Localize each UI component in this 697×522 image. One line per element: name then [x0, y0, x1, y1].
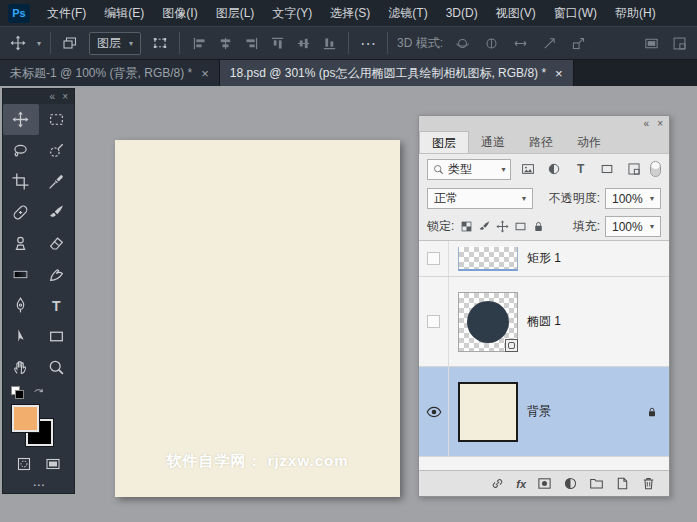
opacity-dropdown[interactable]: 100% ▾ — [605, 188, 661, 209]
eyedropper-tool[interactable] — [39, 166, 75, 197]
move-tool[interactable] — [3, 104, 39, 135]
menu-help[interactable]: 帮助(H) — [606, 0, 665, 26]
filter-pixel-layers-button[interactable] — [517, 159, 538, 179]
menu-image[interactable]: 图像(I) — [153, 0, 206, 26]
pen-tool[interactable] — [3, 290, 39, 321]
menu-type[interactable]: 文字(Y) — [263, 0, 321, 26]
layer-filter-toggle[interactable] — [650, 161, 661, 177]
document-tab-18psd[interactable]: 18.psd @ 301% (ps怎么用椭圆工具绘制相机图标, RGB/8) *… — [220, 60, 574, 86]
path-select-tool[interactable] — [3, 321, 39, 352]
clone-stamp-tool[interactable] — [3, 228, 39, 259]
menu-window[interactable]: 窗口(W) — [545, 0, 606, 26]
menu-layer[interactable]: 图层(L) — [207, 0, 264, 26]
more-align-options-icon[interactable]: ⋯ — [358, 33, 378, 53]
filter-shape-layers-button[interactable] — [597, 159, 618, 179]
collapse-panel-icon[interactable]: « — [644, 119, 650, 129]
edit-toolbar-icon[interactable]: ⋯ — [3, 477, 74, 493]
fill-dropdown[interactable]: 100% ▾ — [605, 216, 661, 237]
swap-colors-icon[interactable] — [32, 386, 45, 399]
brush-tool[interactable] — [39, 197, 75, 228]
new-layer-icon[interactable] — [615, 476, 630, 491]
workspace-switcher-icon[interactable] — [641, 33, 661, 53]
link-layers-icon[interactable] — [490, 476, 505, 491]
menu-filter[interactable]: 滤镜(T) — [379, 0, 436, 26]
close-panel-icon[interactable]: × — [657, 119, 663, 129]
filter-kind-dropdown[interactable]: 类型 ▾ — [427, 159, 511, 180]
auto-select-target-dropdown[interactable]: 图层 ▾ — [89, 32, 141, 55]
tab-channels[interactable]: 通道 — [469, 131, 517, 153]
type-tool[interactable]: T — [39, 290, 75, 321]
eraser-tool[interactable] — [39, 228, 75, 259]
menu-edit[interactable]: 编辑(E) — [95, 0, 153, 26]
lock-image-pixels-icon[interactable] — [478, 220, 491, 233]
filter-adjustment-layers-button[interactable] — [544, 159, 565, 179]
layer-style-fx-icon[interactable]: fx — [516, 478, 526, 490]
menu-view[interactable]: 视图(V) — [487, 0, 545, 26]
lasso-tool[interactable] — [3, 135, 39, 166]
visibility-toggle[interactable] — [419, 277, 449, 366]
layer-thumbnail[interactable] — [458, 247, 518, 271]
document-tab-untitled[interactable]: 未标题-1 @ 100% (背景, RGB/8) * × — [0, 60, 220, 86]
rect-shape-tool[interactable] — [39, 321, 75, 352]
menu-file[interactable]: 文件(F) — [38, 0, 95, 26]
lock-position-icon[interactable] — [496, 220, 509, 233]
gradient-tool[interactable] — [3, 259, 39, 290]
visibility-toggle[interactable] — [419, 241, 449, 276]
3d-scale-icon[interactable] — [568, 33, 588, 53]
align-horizontal-center-icon[interactable] — [215, 33, 235, 53]
layer-row-rect1[interactable]: 矩形 1 — [419, 241, 669, 277]
smudge-tool[interactable] — [39, 259, 75, 290]
rect-marquee-tool[interactable] — [39, 104, 75, 135]
filter-smart-objects-button[interactable] — [624, 159, 645, 179]
add-layer-mask-icon[interactable] — [537, 476, 552, 491]
3d-slide-icon[interactable] — [539, 33, 559, 53]
lock-artboard-icon[interactable] — [514, 220, 527, 233]
tab-paths[interactable]: 路径 — [517, 131, 565, 153]
align-vertical-center-icon[interactable] — [293, 33, 313, 53]
visibility-toggle[interactable] — [419, 367, 449, 456]
lock-transparent-pixels-icon[interactable] — [460, 220, 473, 233]
hand-tool[interactable] — [3, 352, 39, 383]
crop-tool[interactable] — [3, 166, 39, 197]
menu-select[interactable]: 选择(S) — [321, 0, 379, 26]
align-right-icon[interactable] — [241, 33, 261, 53]
screen-mode-icon[interactable] — [45, 456, 61, 472]
new-group-icon[interactable] — [589, 476, 604, 491]
menu-3d[interactable]: 3D(D) — [437, 0, 487, 26]
layer-name[interactable]: 椭圆 1 — [527, 313, 561, 330]
tab-close-icon[interactable]: × — [555, 67, 563, 80]
quick-mask-icon[interactable] — [16, 456, 32, 472]
tab-actions[interactable]: 动作 — [565, 131, 613, 153]
tool-preset-move-icon[interactable] — [8, 33, 28, 53]
close-panel-icon[interactable]: × — [62, 92, 68, 102]
blend-mode-dropdown[interactable]: 正常 ▾ — [427, 188, 533, 209]
3d-orbit-icon[interactable] — [452, 33, 472, 53]
filter-type-layers-button[interactable]: T — [571, 159, 592, 179]
align-bottom-icon[interactable] — [319, 33, 339, 53]
3d-pan-icon[interactable] — [510, 33, 530, 53]
layer-name[interactable]: 矩形 1 — [527, 250, 561, 267]
new-adjustment-layer-icon[interactable] — [563, 476, 578, 491]
panel-dock-icon[interactable] — [669, 33, 689, 53]
3d-roll-icon[interactable] — [481, 33, 501, 53]
layer-thumbnail[interactable] — [458, 382, 518, 442]
collapse-panel-icon[interactable]: « — [50, 92, 56, 102]
layer-row-background[interactable]: 背景 — [419, 367, 669, 457]
default-colors-icon[interactable] — [11, 386, 24, 399]
zoom-tool[interactable] — [39, 352, 75, 383]
show-transform-controls-icon[interactable] — [150, 33, 170, 53]
tool-preset-caret-icon[interactable]: ▾ — [37, 39, 41, 48]
document-canvas[interactable]: 软件自学网： rjzxw.com — [115, 140, 400, 497]
auto-select-layers-icon[interactable] — [60, 33, 80, 53]
lock-all-icon[interactable] — [532, 220, 545, 233]
foreground-color-swatch[interactable] — [12, 405, 39, 432]
tab-layers[interactable]: 图层 — [419, 131, 469, 153]
delete-layer-icon[interactable] — [641, 476, 656, 491]
align-top-icon[interactable] — [267, 33, 287, 53]
tab-close-icon[interactable]: × — [201, 67, 209, 80]
spot-heal-tool[interactable] — [3, 197, 39, 228]
align-left-icon[interactable] — [189, 33, 209, 53]
layer-row-ellipse1[interactable]: 椭圆 1 — [419, 277, 669, 367]
quick-select-tool[interactable] — [39, 135, 75, 166]
layer-name[interactable]: 背景 — [527, 403, 551, 420]
